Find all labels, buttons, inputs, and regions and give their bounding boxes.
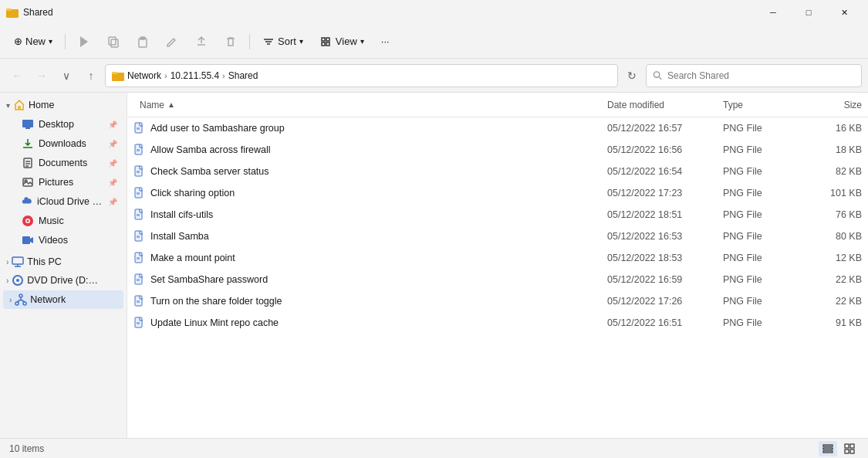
breadcrumb-bar[interactable]: Network › 10.211.55.4 › Shared [105, 64, 618, 87]
table-row[interactable]: Add user to Sambashare group 05/12/2022 … [127, 117, 868, 139]
copy-icon [107, 36, 120, 48]
svg-rect-11 [112, 72, 117, 74]
sidebar-item-icloud[interactable]: iCloud Drive (M… 📌 [3, 192, 123, 211]
sidebar-item-home[interactable]: ▾ Home [0, 96, 127, 114]
file-name: Click sharing option [150, 188, 607, 198]
table-row[interactable]: Set SambaShare password 05/12/2022 16:59… [127, 269, 868, 290]
downloads-pin-icon: 📌 [108, 140, 117, 148]
file-size: 12 KB [800, 253, 862, 263]
svg-point-23 [19, 294, 22, 297]
documents-pin-icon: 📌 [108, 159, 117, 168]
maximize-button[interactable]: □ [791, 0, 826, 25]
grid-view-icon [844, 443, 855, 454]
sidebar-item-dvd[interactable]: › DVD Drive (D:) CCC [0, 271, 127, 290]
file-name: Update Linux Mint repo cache [150, 317, 607, 328]
file-area: Name ▲ Date modified Type Size Add user … [127, 93, 868, 438]
sidebar-videos-label: Videos [39, 235, 68, 246]
sidebar-dvd-label: DVD Drive (D:) CCC [27, 275, 100, 286]
share-button[interactable] [187, 29, 215, 54]
svg-rect-31 [137, 171, 140, 173]
cut-icon [78, 36, 90, 48]
file-date: 05/12/2022 16:53 [607, 231, 723, 242]
file-name: Make a mount point [150, 253, 607, 263]
col-name-header[interactable]: Name ▲ [133, 100, 607, 110]
svg-rect-43 [137, 300, 140, 303]
svg-rect-35 [137, 214, 140, 216]
recent-button[interactable]: ∨ [56, 65, 77, 87]
window-controls: ─ □ ✕ [755, 0, 862, 25]
new-button[interactable]: ⊕ New ▾ [6, 29, 60, 54]
sidebar-item-pictures[interactable]: Pictures 📌 [3, 173, 123, 192]
up-button[interactable]: ↑ [80, 65, 102, 87]
delete-button[interactable] [217, 29, 245, 54]
file-size: 22 KB [800, 274, 862, 285]
table-row[interactable]: Make a mount point 05/12/2022 18:53 PNG … [127, 247, 868, 269]
copy-button[interactable] [100, 29, 127, 54]
file-size: 91 KB [800, 317, 862, 328]
table-row[interactable]: Click sharing option 05/12/2022 17:23 PN… [127, 182, 868, 204]
breadcrumb-folder-icon [112, 70, 124, 82]
col-date-header[interactable]: Date modified [607, 100, 723, 110]
breadcrumb-ip[interactable]: 10.211.55.4 [171, 70, 219, 81]
table-row[interactable]: Update Linux Mint repo cache 05/12/2022 … [127, 312, 868, 334]
file-icon [133, 317, 146, 329]
forward-button[interactable]: → [31, 65, 52, 87]
icloud-pin-icon: 📌 [108, 198, 117, 206]
sidebar-item-downloads[interactable]: Downloads 📌 [3, 134, 123, 153]
grid-view-button[interactable] [840, 441, 859, 456]
minimize-button[interactable]: ─ [755, 0, 791, 25]
table-row[interactable]: Turn on the share folder toggle 05/12/20… [127, 290, 868, 312]
back-button[interactable]: ← [6, 65, 28, 87]
refresh-button[interactable]: ↻ [621, 65, 643, 87]
sidebar-item-videos[interactable]: Videos [3, 231, 123, 249]
table-row[interactable]: Allow Samba across firewall 05/12/2022 1… [127, 139, 868, 161]
file-type: PNG File [723, 253, 800, 263]
file-icon [133, 273, 146, 286]
svg-rect-41 [137, 279, 140, 281]
file-name: Install Samba [150, 231, 607, 242]
file-name: Install cifs-utils [150, 209, 607, 220]
breadcrumb-shared[interactable]: Shared [228, 70, 258, 81]
svg-rect-9 [326, 42, 329, 46]
sidebar-item-desktop[interactable]: Desktop 📌 [3, 115, 123, 134]
downloads-icon [22, 137, 34, 150]
sidebar: ▾ Home Desktop 📌 Downloads 📌 [0, 93, 127, 438]
sidebar-item-thispc[interactable]: › This PC [0, 253, 127, 271]
file-type: PNG File [723, 296, 800, 307]
svg-rect-29 [137, 149, 140, 151]
dvd-icon [12, 274, 24, 287]
sort-dropdown-icon: ▾ [299, 37, 303, 46]
table-row[interactable]: Check Samba server status 05/12/2022 16:… [127, 161, 868, 182]
title-text: Shared [23, 7, 53, 18]
svg-rect-45 [137, 322, 140, 324]
desktop-icon [22, 118, 34, 131]
close-button[interactable]: ✕ [826, 0, 862, 25]
view-button[interactable]: View ▾ [312, 29, 372, 54]
file-size: 80 KB [800, 231, 862, 242]
breadcrumb-network[interactable]: Network [127, 70, 161, 81]
col-type-header[interactable]: Type [723, 100, 800, 110]
svg-rect-22 [12, 257, 23, 264]
paste-button[interactable] [129, 29, 157, 54]
file-size: 82 KB [800, 166, 862, 177]
sidebar-item-documents[interactable]: Documents 📌 [3, 154, 123, 172]
more-button[interactable]: ··· [373, 29, 397, 54]
file-type: PNG File [723, 209, 800, 220]
toolbar-separator-1 [65, 34, 66, 49]
search-input[interactable] [667, 70, 855, 81]
sidebar-music-label: Music [39, 215, 64, 226]
file-date: 05/12/2022 18:51 [607, 209, 723, 220]
sidebar-downloads-label: Downloads [39, 138, 86, 149]
rename-button[interactable] [158, 29, 186, 54]
svg-rect-37 [137, 236, 140, 238]
table-row[interactable]: Install cifs-utils 05/12/2022 18:51 PNG … [127, 204, 868, 226]
file-date: 05/12/2022 16:54 [607, 166, 723, 177]
sort-button[interactable]: Sort ▾ [255, 29, 311, 54]
table-row[interactable]: Install Samba 05/12/2022 16:53 PNG File … [127, 226, 868, 247]
file-type: PNG File [723, 274, 800, 285]
sidebar-item-network[interactable]: › Network [3, 290, 123, 309]
col-size-header[interactable]: Size [800, 100, 862, 110]
details-view-button[interactable] [819, 441, 837, 456]
sidebar-item-music[interactable]: Music [3, 212, 123, 230]
cut-button[interactable] [70, 29, 98, 54]
